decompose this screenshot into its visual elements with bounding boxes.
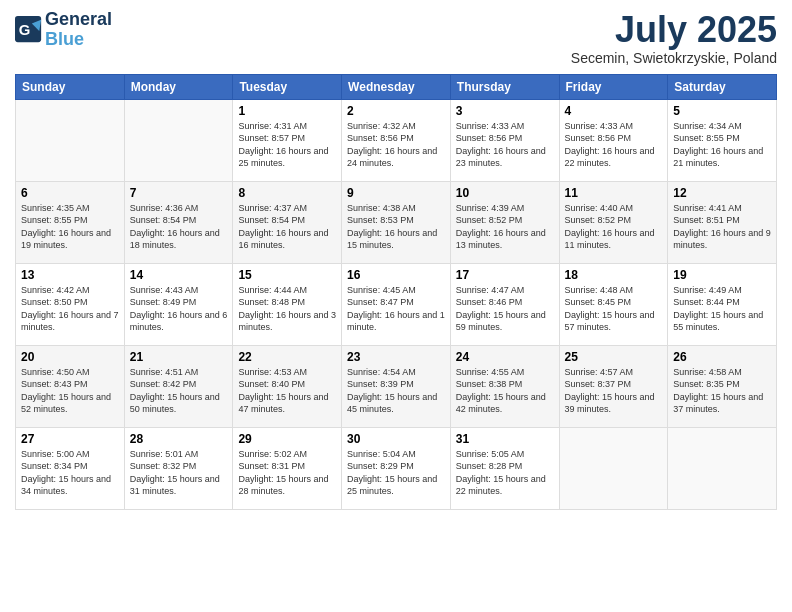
day-number: 23 bbox=[347, 350, 445, 364]
day-number: 29 bbox=[238, 432, 336, 446]
calendar-cell bbox=[16, 99, 125, 181]
day-info: Sunrise: 4:39 AM Sunset: 8:52 PM Dayligh… bbox=[456, 202, 554, 252]
day-info: Sunrise: 5:05 AM Sunset: 8:28 PM Dayligh… bbox=[456, 448, 554, 498]
day-number: 15 bbox=[238, 268, 336, 282]
logo-icon: G bbox=[15, 16, 43, 44]
calendar-cell bbox=[559, 427, 668, 509]
calendar-cell: 1Sunrise: 4:31 AM Sunset: 8:57 PM Daylig… bbox=[233, 99, 342, 181]
day-number: 25 bbox=[565, 350, 663, 364]
calendar-cell: 31Sunrise: 5:05 AM Sunset: 8:28 PM Dayli… bbox=[450, 427, 559, 509]
day-number: 30 bbox=[347, 432, 445, 446]
calendar-cell: 4Sunrise: 4:33 AM Sunset: 8:56 PM Daylig… bbox=[559, 99, 668, 181]
header-monday: Monday bbox=[124, 74, 233, 99]
day-info: Sunrise: 4:44 AM Sunset: 8:48 PM Dayligh… bbox=[238, 284, 336, 334]
calendar-cell: 2Sunrise: 4:32 AM Sunset: 8:56 PM Daylig… bbox=[342, 99, 451, 181]
calendar-cell: 15Sunrise: 4:44 AM Sunset: 8:48 PM Dayli… bbox=[233, 263, 342, 345]
day-number: 22 bbox=[238, 350, 336, 364]
day-info: Sunrise: 4:58 AM Sunset: 8:35 PM Dayligh… bbox=[673, 366, 771, 416]
day-number: 16 bbox=[347, 268, 445, 282]
day-number: 19 bbox=[673, 268, 771, 282]
day-number: 9 bbox=[347, 186, 445, 200]
day-info: Sunrise: 4:45 AM Sunset: 8:47 PM Dayligh… bbox=[347, 284, 445, 334]
day-number: 31 bbox=[456, 432, 554, 446]
calendar-week-1: 1Sunrise: 4:31 AM Sunset: 8:57 PM Daylig… bbox=[16, 99, 777, 181]
calendar-cell bbox=[668, 427, 777, 509]
day-info: Sunrise: 4:54 AM Sunset: 8:39 PM Dayligh… bbox=[347, 366, 445, 416]
header-friday: Friday bbox=[559, 74, 668, 99]
calendar-cell: 11Sunrise: 4:40 AM Sunset: 8:52 PM Dayli… bbox=[559, 181, 668, 263]
day-number: 21 bbox=[130, 350, 228, 364]
day-info: Sunrise: 4:55 AM Sunset: 8:38 PM Dayligh… bbox=[456, 366, 554, 416]
day-info: Sunrise: 4:34 AM Sunset: 8:55 PM Dayligh… bbox=[673, 120, 771, 170]
day-number: 11 bbox=[565, 186, 663, 200]
calendar-cell: 29Sunrise: 5:02 AM Sunset: 8:31 PM Dayli… bbox=[233, 427, 342, 509]
day-info: Sunrise: 4:41 AM Sunset: 8:51 PM Dayligh… bbox=[673, 202, 771, 252]
day-info: Sunrise: 5:01 AM Sunset: 8:32 PM Dayligh… bbox=[130, 448, 228, 498]
calendar-cell: 24Sunrise: 4:55 AM Sunset: 8:38 PM Dayli… bbox=[450, 345, 559, 427]
calendar-cell: 21Sunrise: 4:51 AM Sunset: 8:42 PM Dayli… bbox=[124, 345, 233, 427]
calendar-cell: 20Sunrise: 4:50 AM Sunset: 8:43 PM Dayli… bbox=[16, 345, 125, 427]
calendar-cell: 23Sunrise: 4:54 AM Sunset: 8:39 PM Dayli… bbox=[342, 345, 451, 427]
header-wednesday: Wednesday bbox=[342, 74, 451, 99]
day-info: Sunrise: 5:02 AM Sunset: 8:31 PM Dayligh… bbox=[238, 448, 336, 498]
calendar-cell: 17Sunrise: 4:47 AM Sunset: 8:46 PM Dayli… bbox=[450, 263, 559, 345]
day-info: Sunrise: 4:33 AM Sunset: 8:56 PM Dayligh… bbox=[565, 120, 663, 170]
calendar-cell: 8Sunrise: 4:37 AM Sunset: 8:54 PM Daylig… bbox=[233, 181, 342, 263]
day-number: 14 bbox=[130, 268, 228, 282]
month-title: July 2025 bbox=[571, 10, 777, 50]
calendar-cell: 3Sunrise: 4:33 AM Sunset: 8:56 PM Daylig… bbox=[450, 99, 559, 181]
day-info: Sunrise: 4:48 AM Sunset: 8:45 PM Dayligh… bbox=[565, 284, 663, 334]
calendar-cell bbox=[124, 99, 233, 181]
day-number: 26 bbox=[673, 350, 771, 364]
day-number: 8 bbox=[238, 186, 336, 200]
calendar-cell: 10Sunrise: 4:39 AM Sunset: 8:52 PM Dayli… bbox=[450, 181, 559, 263]
day-info: Sunrise: 4:36 AM Sunset: 8:54 PM Dayligh… bbox=[130, 202, 228, 252]
day-number: 17 bbox=[456, 268, 554, 282]
day-info: Sunrise: 4:47 AM Sunset: 8:46 PM Dayligh… bbox=[456, 284, 554, 334]
day-number: 2 bbox=[347, 104, 445, 118]
day-info: Sunrise: 4:51 AM Sunset: 8:42 PM Dayligh… bbox=[130, 366, 228, 416]
calendar-cell: 28Sunrise: 5:01 AM Sunset: 8:32 PM Dayli… bbox=[124, 427, 233, 509]
day-info: Sunrise: 4:50 AM Sunset: 8:43 PM Dayligh… bbox=[21, 366, 119, 416]
day-info: Sunrise: 4:43 AM Sunset: 8:49 PM Dayligh… bbox=[130, 284, 228, 334]
calendar-week-3: 13Sunrise: 4:42 AM Sunset: 8:50 PM Dayli… bbox=[16, 263, 777, 345]
calendar-week-4: 20Sunrise: 4:50 AM Sunset: 8:43 PM Dayli… bbox=[16, 345, 777, 427]
header-tuesday: Tuesday bbox=[233, 74, 342, 99]
logo-text: GeneralBlue bbox=[45, 10, 112, 50]
calendar-week-2: 6Sunrise: 4:35 AM Sunset: 8:55 PM Daylig… bbox=[16, 181, 777, 263]
day-number: 24 bbox=[456, 350, 554, 364]
calendar-cell: 30Sunrise: 5:04 AM Sunset: 8:29 PM Dayli… bbox=[342, 427, 451, 509]
svg-text:G: G bbox=[19, 20, 31, 37]
calendar-cell: 25Sunrise: 4:57 AM Sunset: 8:37 PM Dayli… bbox=[559, 345, 668, 427]
calendar-cell: 22Sunrise: 4:53 AM Sunset: 8:40 PM Dayli… bbox=[233, 345, 342, 427]
day-info: Sunrise: 4:32 AM Sunset: 8:56 PM Dayligh… bbox=[347, 120, 445, 170]
day-number: 18 bbox=[565, 268, 663, 282]
day-number: 3 bbox=[456, 104, 554, 118]
day-number: 4 bbox=[565, 104, 663, 118]
calendar-cell: 27Sunrise: 5:00 AM Sunset: 8:34 PM Dayli… bbox=[16, 427, 125, 509]
day-info: Sunrise: 4:49 AM Sunset: 8:44 PM Dayligh… bbox=[673, 284, 771, 334]
day-number: 28 bbox=[130, 432, 228, 446]
calendar-cell: 13Sunrise: 4:42 AM Sunset: 8:50 PM Dayli… bbox=[16, 263, 125, 345]
day-number: 20 bbox=[21, 350, 119, 364]
day-info: Sunrise: 4:37 AM Sunset: 8:54 PM Dayligh… bbox=[238, 202, 336, 252]
calendar-cell: 9Sunrise: 4:38 AM Sunset: 8:53 PM Daylig… bbox=[342, 181, 451, 263]
title-block: July 2025 Secemin, Swietokrzyskie, Polan… bbox=[571, 10, 777, 66]
header-saturday: Saturday bbox=[668, 74, 777, 99]
page-header: G GeneralBlue July 2025 Secemin, Swietok… bbox=[15, 10, 777, 66]
day-info: Sunrise: 4:40 AM Sunset: 8:52 PM Dayligh… bbox=[565, 202, 663, 252]
calendar-week-5: 27Sunrise: 5:00 AM Sunset: 8:34 PM Dayli… bbox=[16, 427, 777, 509]
calendar-table: SundayMondayTuesdayWednesdayThursdayFrid… bbox=[15, 74, 777, 510]
day-info: Sunrise: 4:31 AM Sunset: 8:57 PM Dayligh… bbox=[238, 120, 336, 170]
calendar-cell: 7Sunrise: 4:36 AM Sunset: 8:54 PM Daylig… bbox=[124, 181, 233, 263]
header-sunday: Sunday bbox=[16, 74, 125, 99]
calendar-header-row: SundayMondayTuesdayWednesdayThursdayFrid… bbox=[16, 74, 777, 99]
day-number: 1 bbox=[238, 104, 336, 118]
day-number: 5 bbox=[673, 104, 771, 118]
day-info: Sunrise: 4:33 AM Sunset: 8:56 PM Dayligh… bbox=[456, 120, 554, 170]
calendar-cell: 16Sunrise: 4:45 AM Sunset: 8:47 PM Dayli… bbox=[342, 263, 451, 345]
calendar-cell: 6Sunrise: 4:35 AM Sunset: 8:55 PM Daylig… bbox=[16, 181, 125, 263]
calendar-cell: 18Sunrise: 4:48 AM Sunset: 8:45 PM Dayli… bbox=[559, 263, 668, 345]
logo: G GeneralBlue bbox=[15, 10, 112, 50]
calendar-page: G GeneralBlue July 2025 Secemin, Swietok… bbox=[0, 0, 792, 612]
